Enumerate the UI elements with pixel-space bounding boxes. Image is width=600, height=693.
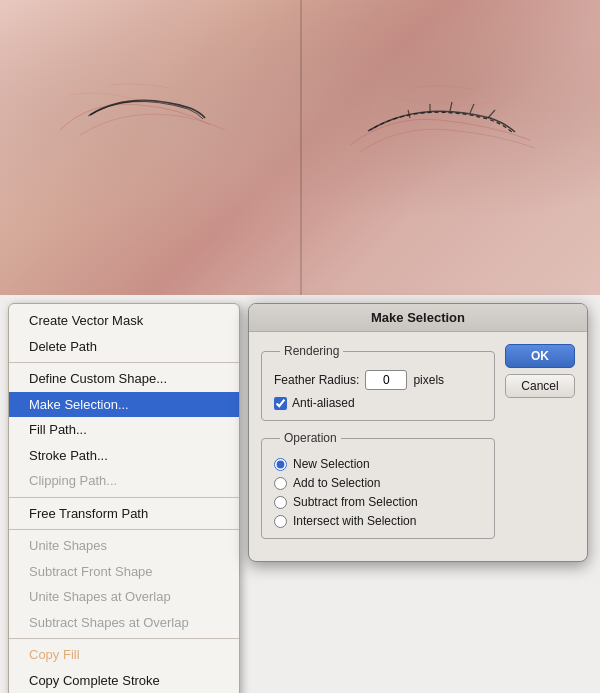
dialog-body: Rendering Feather Radius: pixels Anti-al… — [249, 332, 587, 561]
menu-item-make-selection[interactable]: Make Selection... — [9, 392, 239, 418]
intersect-with-selection-radio[interactable] — [274, 515, 287, 528]
radio-row-new-selection: New Selection — [274, 457, 482, 471]
feather-label: Feather Radius: — [274, 373, 359, 387]
menu-separator-3 — [9, 529, 239, 530]
operation-fieldset: Operation New Selection Add to Selection — [261, 431, 495, 539]
subtract-from-selection-radio[interactable] — [274, 496, 287, 509]
cancel-button[interactable]: Cancel — [505, 374, 575, 398]
menu-item-define-custom-shape[interactable]: Define Custom Shape... — [9, 366, 239, 392]
dialog-buttons: OK Cancel — [505, 344, 575, 549]
feather-unit: pixels — [413, 373, 444, 387]
context-menu: Create Vector Mask Delete Path Define Cu… — [8, 303, 240, 693]
dialog-title: Make Selection — [249, 304, 587, 332]
canvas-background — [0, 0, 600, 295]
anti-aliased-checkbox[interactable] — [274, 397, 287, 410]
menu-separator-4 — [9, 638, 239, 639]
make-selection-dialog: Make Selection Rendering Feather Radius:… — [248, 303, 588, 562]
menu-item-unite-shapes-at-overlap: Unite Shapes at Overlap — [9, 584, 239, 610]
rendering-legend: Rendering — [280, 344, 343, 358]
operation-radio-group: New Selection Add to Selection Subtract … — [274, 457, 482, 528]
anti-aliased-label: Anti-aliased — [292, 396, 355, 410]
canvas-divider — [300, 0, 302, 295]
add-to-selection-label: Add to Selection — [293, 476, 380, 490]
intersect-with-selection-label: Intersect with Selection — [293, 514, 416, 528]
rendering-fieldset: Rendering Feather Radius: pixels Anti-al… — [261, 344, 495, 421]
menu-item-create-vector-mask[interactable]: Create Vector Mask — [9, 308, 239, 334]
menu-item-delete-path[interactable]: Delete Path — [9, 334, 239, 360]
add-to-selection-radio[interactable] — [274, 477, 287, 490]
new-selection-label: New Selection — [293, 457, 370, 471]
anti-aliased-row: Anti-aliased — [274, 396, 482, 410]
sketch-left — [50, 80, 230, 140]
menu-item-clipping-path: Clipping Path... — [9, 468, 239, 494]
ok-button[interactable]: OK — [505, 344, 575, 368]
feather-radius-input[interactable] — [365, 370, 407, 390]
subtract-from-selection-label: Subtract from Selection — [293, 495, 418, 509]
feather-row: Feather Radius: pixels — [274, 370, 482, 390]
new-selection-radio[interactable] — [274, 458, 287, 471]
menu-item-free-transform-path[interactable]: Free Transform Path — [9, 501, 239, 527]
menu-item-subtract-shapes-at-overlap: Subtract Shapes at Overlap — [9, 610, 239, 636]
menu-item-copy-complete-stroke[interactable]: Copy Complete Stroke — [9, 668, 239, 694]
menu-item-copy-fill: Copy Fill — [9, 642, 239, 668]
menu-item-stroke-path[interactable]: Stroke Path... — [9, 443, 239, 469]
menu-separator-1 — [9, 362, 239, 363]
main-content: Create Vector Mask Delete Path Define Cu… — [0, 295, 600, 693]
radio-row-add-to-selection: Add to Selection — [274, 476, 482, 490]
menu-item-unite-shapes: Unite Shapes — [9, 533, 239, 559]
menu-item-fill-path[interactable]: Fill Path... — [9, 417, 239, 443]
radio-row-subtract-from-selection: Subtract from Selection — [274, 495, 482, 509]
radio-row-intersect-with-selection: Intersect with Selection — [274, 514, 482, 528]
operation-legend: Operation — [280, 431, 341, 445]
dialog-main: Rendering Feather Radius: pixels Anti-al… — [261, 344, 495, 549]
menu-item-subtract-front-shape: Subtract Front Shape — [9, 559, 239, 585]
sketch-right — [340, 80, 540, 160]
menu-separator-2 — [9, 497, 239, 498]
